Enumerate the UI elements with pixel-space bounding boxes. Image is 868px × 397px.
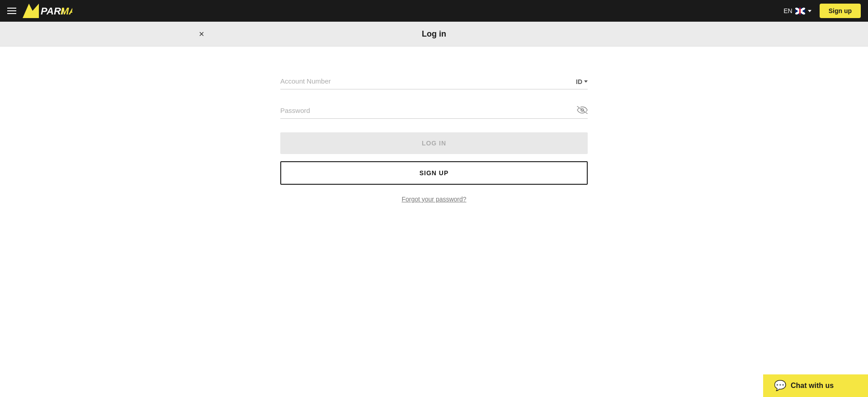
login-form: ID LOG IN SIGN UP Forgot your password? bbox=[280, 74, 588, 397]
chevron-down-icon bbox=[808, 10, 811, 12]
logo[interactable]: PARI MATCH bbox=[23, 4, 72, 18]
login-button[interactable]: LOG IN bbox=[280, 132, 588, 154]
account-number-input[interactable] bbox=[280, 74, 588, 89]
id-suffix-button[interactable]: ID bbox=[576, 78, 588, 85]
main-content: ID LOG IN SIGN UP Forgot your password? bbox=[0, 47, 868, 397]
modal-header: × Log in bbox=[0, 22, 868, 47]
svg-marker-0 bbox=[23, 4, 39, 18]
chat-bubble-icon: 💬 bbox=[774, 380, 786, 392]
account-number-group: ID bbox=[280, 74, 588, 89]
chat-label: Chat with us bbox=[791, 382, 834, 390]
signup-button[interactable]: Sign up bbox=[820, 4, 861, 18]
chat-widget[interactable]: 💬 Chat with us bbox=[763, 374, 868, 397]
id-chevron-down-icon bbox=[584, 80, 588, 83]
password-group bbox=[280, 103, 588, 119]
navbar: PARI MATCH EN Sign up bbox=[0, 0, 868, 22]
lang-code: EN bbox=[783, 7, 792, 14]
signup-form-button[interactable]: SIGN UP bbox=[280, 161, 588, 185]
parimatch-logo-svg: PARI MATCH bbox=[23, 4, 72, 18]
navbar-right: EN Sign up bbox=[780, 4, 861, 18]
hamburger-menu-icon[interactable] bbox=[7, 8, 16, 14]
forgot-password-link[interactable]: Forgot your password? bbox=[280, 196, 588, 203]
flag-icon bbox=[795, 8, 805, 14]
id-badge: ID bbox=[576, 78, 582, 85]
svg-text:MATCH: MATCH bbox=[61, 5, 72, 17]
language-selector[interactable]: EN bbox=[780, 5, 815, 16]
modal-title: Log in bbox=[422, 29, 446, 39]
navbar-left: PARI MATCH bbox=[7, 4, 72, 18]
password-input[interactable] bbox=[280, 103, 588, 119]
eye-hidden-icon[interactable] bbox=[577, 106, 588, 116]
close-icon[interactable]: × bbox=[199, 29, 204, 38]
